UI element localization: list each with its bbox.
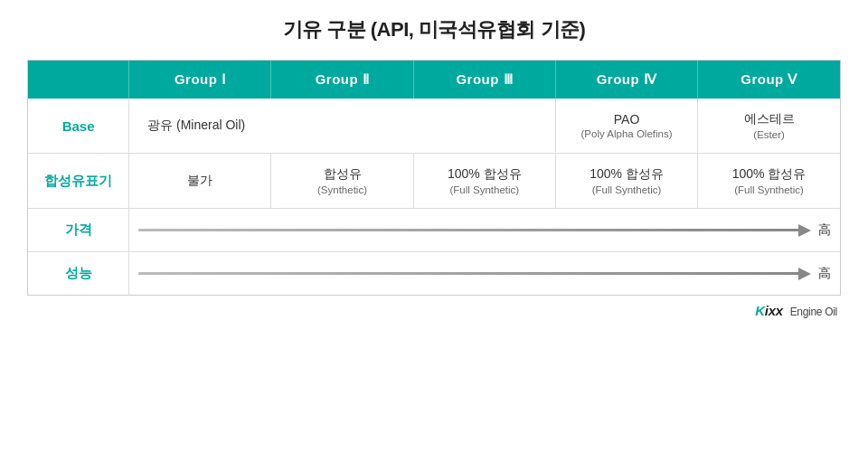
table-header-row: Group Ⅰ Group Ⅱ Group Ⅲ Group Ⅳ Group Ⅴ: [28, 61, 840, 99]
logo-engine-text: Engine Oil: [790, 306, 837, 318]
header-col-group1: Group Ⅰ: [129, 61, 271, 99]
price-arrow-head: [798, 224, 811, 237]
price-arrow-line: [138, 229, 799, 231]
header-col-group3: Group Ⅲ: [413, 61, 555, 99]
synthetic-g4-sub: (Full Synthetic): [563, 184, 690, 195]
header-col-group4: Group Ⅳ: [555, 61, 697, 99]
main-table: Group Ⅰ Group Ⅱ Group Ⅲ Group Ⅳ Group Ⅴ …: [27, 60, 841, 296]
row-label-price: 가격: [28, 209, 129, 252]
cell-synthetic-g4: 100% 합성유 (Full Synthetic): [555, 154, 697, 209]
cell-performance-arrow: 高: [129, 252, 840, 296]
cell-synthetic-g1: 불가: [129, 154, 271, 209]
logo-ixx: ixx: [765, 303, 783, 318]
header-col-group5: Group Ⅴ: [698, 61, 840, 99]
ester-sub-text: (Ester): [705, 129, 833, 140]
performance-arrow-head: [798, 268, 811, 280]
page-title: 기유 구분 (API, 미국석유협회 기준): [283, 16, 586, 43]
header-col-label: [28, 61, 129, 99]
ester-text: 에스테르: [744, 111, 795, 126]
price-arrow-container: 高: [138, 222, 831, 239]
table-row-price: 가격 高: [28, 209, 840, 252]
pao-text: PAO: [614, 112, 640, 127]
logo-kixx-brand: Kixx: [755, 303, 786, 318]
synthetic-g1-text: 불가: [187, 173, 212, 187]
performance-high-label: 高: [811, 266, 831, 282]
synthetic-g5-main: 100% 합성유: [732, 166, 807, 181]
table-row-synthetic: 합성유표기 불가 합성유 (Synthetic) 100% 합성유 (Full …: [28, 154, 840, 209]
synthetic-g3-sub: (Full Synthetic): [421, 184, 548, 195]
logo-area: Kixx Engine Oil: [27, 303, 841, 318]
cell-ester: 에스테르 (Ester): [698, 99, 840, 154]
cell-synthetic-g5: 100% 합성유 (Full Synthetic): [698, 154, 840, 209]
row-label-performance: 성능: [28, 252, 129, 296]
cell-synthetic-g2: 합성유 (Synthetic): [271, 154, 413, 209]
cell-price-arrow: 高: [129, 209, 840, 252]
synthetic-g2-sub: (Synthetic): [278, 184, 405, 195]
synthetic-g3-main: 100% 합성유: [448, 166, 522, 181]
header-col-group2: Group Ⅱ: [271, 61, 413, 99]
cell-synthetic-g3: 100% 합성유 (Full Synthetic): [413, 154, 555, 209]
synthetic-g2-main: 합성유: [324, 166, 362, 181]
cell-pao: PAO (Poly Alpha Olefins): [555, 99, 697, 154]
performance-arrow-line: [138, 272, 799, 275]
pao-sub-text: (Poly Alpha Olefins): [563, 128, 690, 139]
table-row-base: Base 광유 (Mineral Oil) PAO (Poly Alpha Ol…: [28, 99, 840, 154]
logo-k-letter: K: [755, 303, 765, 318]
price-high-label: 高: [811, 222, 831, 239]
cell-mineral-oil: 광유 (Mineral Oil): [129, 99, 556, 154]
row-label-synthetic: 합성유표기: [28, 154, 129, 209]
performance-arrow-container: 高: [138, 266, 831, 282]
table-row-performance: 성능 高: [28, 252, 840, 296]
row-label-base: Base: [28, 99, 129, 154]
mineral-oil-text: 광유 (Mineral Oil): [147, 118, 245, 132]
synthetic-g4-main: 100% 합성유: [590, 166, 664, 181]
synthetic-g5-sub: (Full Synthetic): [705, 184, 833, 195]
logo-kixx-text: Kixx Engine Oil: [755, 303, 837, 318]
